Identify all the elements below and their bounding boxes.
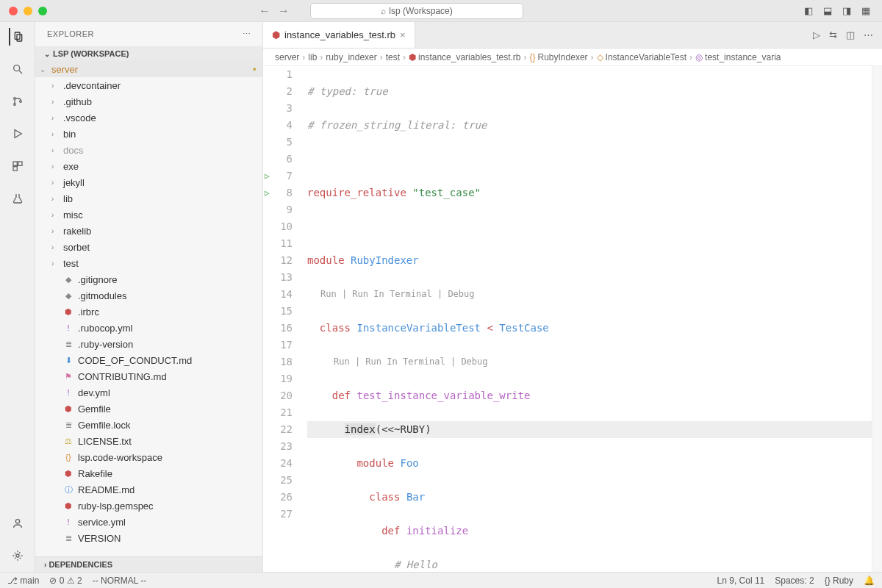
branch-indicator[interactable]: ⎇ main [7,576,39,586]
close-icon[interactable]: × [400,29,406,40]
explorer-icon[interactable] [9,28,26,46]
maximize-window[interactable] [38,7,47,15]
file-icon: ⬢ [63,469,74,478]
chevron-right-icon: › [51,130,59,138]
tree-folder[interactable]: ›.devcontainer [35,77,262,93]
tree-folder[interactable]: ›jekyll [35,174,262,190]
tree-root-server[interactable]: ⌄ server ● [35,61,262,77]
tree-folder[interactable]: ›bin [35,126,262,142]
search-icon[interactable] [9,60,26,78]
problems-indicator[interactable]: ⊘ 0 ⚠ 2 [49,576,82,586]
language-mode[interactable]: {} Ruby [825,576,853,586]
svg-point-12 [16,554,19,557]
layout-panel-icon[interactable]: ⬓ [823,5,835,17]
indentation[interactable]: Spaces: 2 [775,576,814,586]
tree-folder[interactable]: ›rakelib [35,223,262,239]
tree-file[interactable]: ⬢Rakefile [35,465,262,481]
ruby-file-icon: ⬢ [272,29,280,40]
tree-file[interactable]: ◆.gitignore [35,271,262,287]
notifications-icon[interactable]: 🔔 [864,576,875,586]
chevron-right-icon: › [51,98,59,106]
bc-test[interactable]: test [386,52,400,62]
compare-icon[interactable]: ⇆ [829,29,837,40]
tree-file[interactable]: !dev.yml [35,384,262,401]
close-window[interactable] [9,7,18,15]
accounts-icon[interactable] [9,514,26,532]
tree-folder[interactable]: ›.vscode [35,110,262,126]
more-icon[interactable]: ⋯ [864,29,873,40]
minimize-window[interactable] [24,7,32,15]
code[interactable]: # typed: true # frozen_string_literal: t… [307,66,872,572]
code-editor[interactable]: 123456 7▷ 8▷9101112131415161718192021222… [263,66,882,572]
play-icon[interactable]: ▷ [813,29,820,40]
cursor-position[interactable]: Ln 9, Col 11 [717,576,765,586]
tree-file[interactable]: ⬢Gemfile [35,401,262,417]
codelens[interactable]: Run | Run In Terminal | Debug [307,286,872,303]
tree-file[interactable]: ≣.ruby-version [35,336,262,352]
tree-folder[interactable]: ›test [35,255,262,271]
file-icon: ⬢ [63,307,74,317]
tree-file[interactable]: ≣Gemfile.lock [35,417,262,433]
tree-file[interactable]: ⬢.irbrc [35,304,262,320]
nav-forward[interactable]: → [278,4,290,18]
file-icon: ⬢ [63,501,74,511]
tree-folder[interactable]: ›docs [35,142,262,158]
file-label: README.md [78,484,135,495]
split-icon[interactable]: ◫ [846,29,855,40]
tree-file[interactable]: ◆.gitmodules [35,287,262,304]
folder-label: misc [63,209,83,220]
chevron-right-icon: › [51,243,59,251]
codelens[interactable]: Run | Run In Terminal | Debug [307,354,872,370]
bc-ruby-indexer[interactable]: ruby_indexer [326,52,376,62]
tree-folder[interactable]: ›sorbet [35,239,262,255]
tree-file[interactable]: ≣VERSION [35,530,262,546]
tree-file[interactable]: ⚑CONTRIBUTING.md [35,368,262,384]
layout-sidebar-right-icon[interactable]: ◨ [842,5,854,17]
extensions-icon[interactable] [9,157,26,175]
bc-lib[interactable]: lib [308,52,317,62]
source-control-icon[interactable] [9,93,26,110]
tree-file[interactable]: ⓘREADME.md [35,481,262,498]
file-icon: ◆ [63,291,74,301]
svg-rect-9 [18,162,21,165]
folder-label: test [63,258,79,269]
bc-method[interactable]: ◎test_instance_varia [695,52,781,62]
tree-folder[interactable]: ›exe [35,158,262,174]
settings-icon[interactable] [9,547,26,564]
more-icon[interactable]: ⋯ [243,29,251,39]
folder-label: .vscode [63,112,96,123]
editor-area: ⬢ instance_variables_test.rb × ▷ ⇆ ◫ ⋯ s… [263,22,882,572]
bc-module[interactable]: {}RubyIndexer [530,52,588,62]
tree-folder[interactable]: ›misc [35,207,262,223]
tree-folder[interactable]: ›lib [35,190,262,207]
tree-file[interactable]: ⬇CODE_OF_CONDUCT.md [35,352,262,368]
testing-icon[interactable] [9,190,26,207]
bc-file[interactable]: ⬢instance_variables_test.rb [409,52,520,62]
run-glyph-icon[interactable]: ▷ [265,184,270,201]
tree-file[interactable]: ⚖LICENSE.txt [35,433,262,449]
run-debug-icon[interactable] [9,125,26,143]
tree-file[interactable]: {}lsp.code-workspace [35,449,262,465]
file-label: service.yml [78,517,126,528]
layout-customize-icon[interactable]: ▦ [861,5,873,17]
tree-folder[interactable]: ›.github [35,93,262,110]
tree-file[interactable]: ⬢ruby-lsp.gemspec [35,498,262,514]
minimap[interactable] [872,66,882,572]
tab-instance-variables-test[interactable]: ⬢ instance_variables_test.rb × [263,22,415,48]
command-center[interactable]: ⌕ lsp (Workspace) [310,3,523,19]
bc-server[interactable]: server [275,52,299,62]
layout-sidebar-left-icon[interactable]: ◧ [804,5,816,17]
chevron-right-icon: › [51,82,59,90]
search-icon: ⌕ [381,6,386,16]
tree-file[interactable]: !service.yml [35,514,262,530]
bc-class[interactable]: ◇InstanceVariableTest [597,52,687,62]
run-glyph-icon[interactable]: ▷ [265,168,270,184]
file-label: .ruby-version [78,339,133,350]
nav-back[interactable]: ← [259,4,270,18]
svg-line-3 [19,71,22,74]
dependencies-header[interactable]: › DEPENDENCIES [35,556,262,572]
tree-file[interactable]: !.rubocop.yml [35,320,262,336]
breadcrumb[interactable]: server› lib› ruby_indexer› test› ⬢instan… [263,49,882,66]
file-icon: ≣ [63,534,74,543]
workspace-header[interactable]: ⌄ LSP (WORKSPACE) [35,46,262,61]
